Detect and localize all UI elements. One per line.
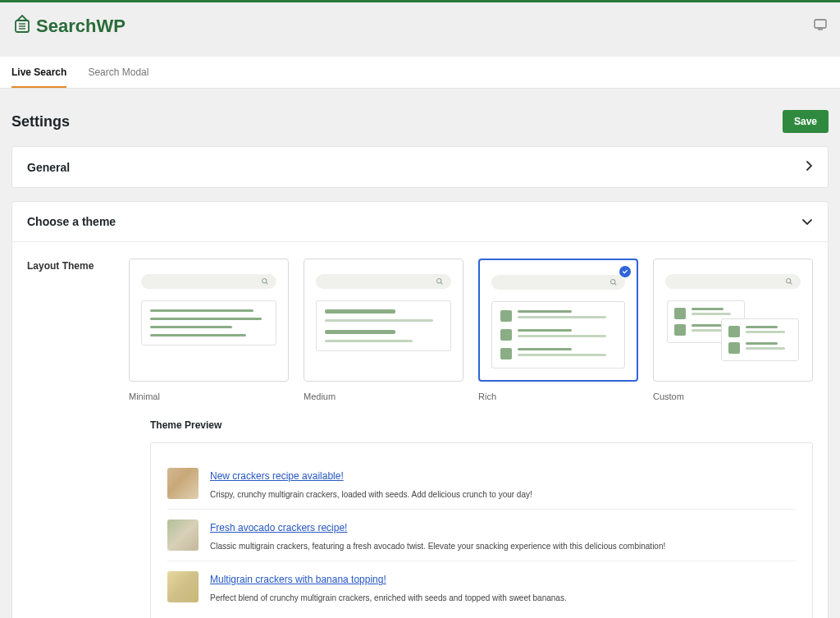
mini-search-bar [141,274,276,289]
svg-rect-4 [815,20,826,28]
preview-thumb-icon [167,520,199,551]
mini-search-bar [491,275,625,290]
theme-name-rich: Rich [478,391,638,401]
preview-item-link[interactable]: New crackers recipe available! [210,470,344,482]
panel-general-head[interactable]: General [12,147,828,187]
theme-name-custom: Custom [653,391,813,401]
preview-item-link[interactable]: Multigrain crackers with banana topping! [210,574,386,585]
preview-item: Fresh avocado crackers recipe! Classic m… [167,510,796,561]
preview-box: New crackers recipe available! Crispy, c… [150,442,813,618]
preview-label: Theme Preview [150,419,813,431]
mini-search-bar [665,274,801,289]
theme-options: Minimal Mediu [129,259,813,401]
panel-theme-title: Choose a theme [27,215,116,228]
preview-thumb-icon [167,571,199,602]
preview-thumb-icon [167,468,199,499]
svg-point-8 [437,279,441,283]
svg-point-12 [787,279,791,283]
panel-theme-body: Layout Theme Mi [12,241,828,618]
tab-live-search[interactable]: Live Search [11,57,66,88]
svg-line-11 [614,283,616,285]
save-button[interactable]: Save [783,110,829,133]
svg-line-7 [266,282,267,284]
theme-card-rich[interactable] [478,259,638,382]
svg-point-10 [611,280,615,284]
svg-point-6 [262,279,267,283]
page-head: Settings Save [0,89,840,146]
display-icon[interactable] [814,19,827,34]
preview-item: New crackers recipe available! Crispy, c… [167,458,796,510]
chevron-down-icon [801,215,813,228]
theme-name-minimal: Minimal [129,391,289,401]
tabs: Live Search Search Modal [0,57,840,89]
preview-item-desc: Classic multigrain crackers, featuring a… [210,542,796,551]
theme-card-minimal[interactable] [129,259,289,382]
svg-line-9 [441,282,442,284]
preview-item-link[interactable]: Fresh avocado crackers recipe! [210,522,347,533]
panel-theme-head[interactable]: Choose a theme [12,202,828,241]
preview-item-desc: Perfect blend of crunchy multigrain crac… [210,593,796,602]
tab-search-modal[interactable]: Search Modal [88,57,148,88]
chevron-right-icon [805,160,813,174]
page-title: Settings [11,113,70,130]
theme-card-custom[interactable] [653,259,813,382]
brand-logo-icon [13,14,31,39]
brand-name: SearchWP [36,16,126,37]
panel-general: General [11,146,829,188]
layout-theme-row: Layout Theme Mi [27,259,813,401]
brand: SearchWP [13,14,126,39]
panel-general-title: General [27,161,70,174]
preview-item: Multigrain crackers with banana topping!… [167,561,796,612]
theme-name-medium: Medium [304,391,463,401]
panel-theme: Choose a theme Layout Theme [11,201,829,618]
mini-search-bar [316,274,451,289]
app-header: SearchWP [0,2,840,57]
preview-item-desc: Crispy, crunchy multigrain crackers, loa… [210,490,796,499]
svg-line-13 [790,282,792,284]
theme-card-medium[interactable] [304,259,463,382]
layout-theme-label: Layout Theme [27,259,129,401]
